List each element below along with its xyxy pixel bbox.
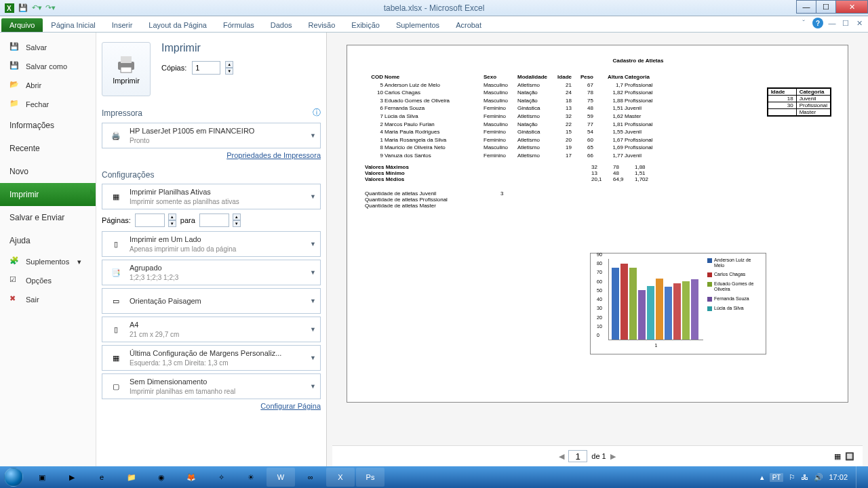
pages-from-input[interactable] [135,214,165,227]
settings-section-title: Configurações [102,170,321,180]
flag-icon[interactable]: ⚐ [789,473,795,482]
ribbon-tabs: Arquivo Página Inicial Inserir Layout da… [0,16,868,33]
redo-icon[interactable]: ↷▾ [45,3,56,14]
chevron-down-icon: ▼ [310,354,316,361]
volume-icon[interactable]: 🔊 [814,473,823,482]
page-number-input[interactable] [568,450,587,462]
taskbar: ▣ ▶ e 📁 ◉ 🦊 ✧ ☀ W ∞ X Ps ▴ PT ⚐ 🖧 🔊 17:0… [0,466,868,488]
tab-file[interactable]: Arquivo [1,18,43,32]
page-setup-link[interactable]: Configurar Página [102,402,321,410]
collate-icon: 📑 [106,263,125,282]
tab-addins[interactable]: Suplementos [388,18,448,32]
minimize-ribbon-icon[interactable]: ˇ [799,18,808,28]
open-icon: 📂 [9,80,20,91]
window-minimize-icon[interactable]: — [827,18,837,28]
taskbar-app[interactable]: ✧ [207,468,235,487]
orientation-dropdown[interactable]: ▭Orientação Paisagem▼ [102,288,321,314]
tray-chevron-icon[interactable]: ▴ [760,473,764,482]
scale-icon: ▢ [106,377,125,396]
chevron-down-icon: ▼ [310,383,316,390]
sides-dropdown[interactable]: ▯Imprimir em Um LadoApenas imprimir um l… [102,231,321,257]
tab-view[interactable]: Exibição [343,18,388,32]
print-what-dropdown[interactable]: ▦ Imprimir Planilhas AtivasImprimir some… [102,184,321,209]
sidebar-item-new[interactable]: Novo [0,160,96,183]
copies-down[interactable]: ▼ [225,68,233,75]
scaling-dropdown[interactable]: ▢Sem DimensionamentoImprimir planilhas e… [102,373,321,399]
sheets-icon: ▦ [106,187,125,206]
next-page-button[interactable]: ▶ [610,452,616,461]
tab-acrobat[interactable]: Acrobat [448,18,490,32]
chart: 10102030405060708090 Anderson Luiz de Me… [590,253,766,354]
printer-properties-link[interactable]: Propriedades de Impressora [102,151,321,159]
title-bar: X 💾 ↶▾ ↷▾ tabela.xlsx - Microsoft Excel … [0,0,868,16]
sidebar-item-saveas[interactable]: 💾Salvar como [0,57,96,76]
backstage-sidebar: 💾Salvar 💾Salvar como 📂Abrir 📁Fechar Info… [0,33,96,466]
sidebar-item-savesend[interactable]: Salvar e Enviar [0,206,96,229]
info-icon[interactable]: ⓘ [313,107,321,119]
taskbar-ie[interactable]: e [87,468,116,487]
taskbar-word[interactable]: W [267,468,295,487]
taskbar-firefox[interactable]: 🦊 [177,468,205,487]
paper-dropdown[interactable]: ▯A421 cm x 29,7 cm▼ [102,317,321,342]
tab-home[interactable]: Página Inicial [43,18,103,32]
page-of-label: de 1 [591,452,606,460]
language-indicator[interactable]: PT [770,473,784,482]
pages-label: Páginas: [102,216,131,224]
maximize-button[interactable]: ☐ [816,0,836,14]
copies-input[interactable] [192,61,220,75]
start-button[interactable] [0,466,27,488]
taskbar-app[interactable]: ▣ [28,468,56,487]
tab-review[interactable]: Revisão [300,18,344,32]
prev-page-button[interactable]: ◀ [559,452,564,461]
printer-dropdown[interactable]: 🖨️ HP LaserJet P1005 em FINANCEIROPronto… [102,123,321,148]
tab-formulas[interactable]: Fórmulas [215,18,262,32]
taskbar-excel[interactable]: X [326,468,355,487]
taskbar-photoshop[interactable]: Ps [356,468,384,487]
landscape-icon: ▭ [106,291,125,310]
tab-layout[interactable]: Layout da Página [140,18,215,32]
sidebar-item-open[interactable]: 📂Abrir [0,76,96,95]
copies-up[interactable]: ▲ [225,61,233,68]
taskbar-app[interactable]: ∞ [296,468,325,487]
collate-dropdown[interactable]: 📑Agrupado1;2;3 1;2;3 1;2;3▼ [102,260,321,285]
show-desktop-button[interactable] [856,466,863,488]
sidebar-item-close[interactable]: 📁Fechar [0,95,96,114]
show-margins-icon[interactable]: ▦ [834,452,841,461]
sidebar-item-exit[interactable]: ✖Sair [0,290,96,309]
close-button[interactable]: ✕ [835,0,868,14]
printer-ready-icon: 🖨️ [106,126,125,145]
save-icon[interactable]: 💾 [18,3,28,14]
options-icon: ☑ [9,275,20,286]
page-icon: ▯ [106,235,125,253]
sidebar-item-print[interactable]: Imprimir [0,183,96,206]
sidebar-item-options[interactable]: ☑Opções [0,271,96,290]
excel-icon: X [4,3,15,14]
svg-text:X: X [7,5,12,12]
sidebar-item-info[interactable]: Informações [0,114,96,137]
tab-data[interactable]: Dados [262,18,300,32]
clock[interactable]: 17:02 [829,473,848,481]
print-title: Imprimir [161,42,233,54]
sidebar-item-recent[interactable]: Recente [0,137,96,160]
sidebar-item-addins[interactable]: 🧩Suplementos▾ [0,252,96,271]
zoom-page-icon[interactable]: 🔲 [845,452,854,461]
tab-insert[interactable]: Inserir [104,18,141,32]
network-icon[interactable]: 🖧 [801,473,808,481]
window-close-icon[interactable]: ✕ [854,18,864,28]
taskbar-app[interactable]: ☀ [237,468,265,487]
sidebar-item-help[interactable]: Ajuda [0,229,96,252]
taskbar-chrome[interactable]: ◉ [147,468,176,487]
margins-dropdown[interactable]: ▦Última Configuração de Margens Personal… [102,345,321,371]
taskbar-explorer[interactable]: 📁 [117,468,146,487]
minimize-button[interactable]: — [796,0,816,14]
undo-icon[interactable]: ↶▾ [31,3,42,14]
print-button[interactable]: Imprimir [102,42,151,96]
sidebar-item-save[interactable]: 💾Salvar [0,38,96,57]
print-preview: Cadastro de Atletas CODNomeSexoModalidad… [327,33,868,466]
taskbar-app[interactable]: ▶ [58,468,86,487]
printer-section-title: Impressora [102,108,142,118]
help-icon[interactable]: ? [812,18,823,28]
pages-to-input[interactable] [199,214,229,227]
pages-to-label: para [180,216,195,224]
window-restore-icon[interactable]: ☐ [841,18,850,28]
